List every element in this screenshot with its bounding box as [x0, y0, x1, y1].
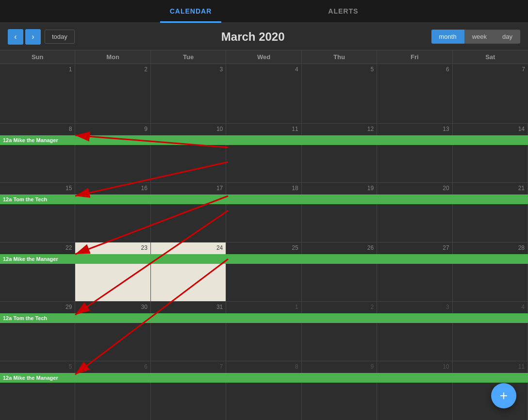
calendar-header: ‹ › today March 2020 month week day	[0, 23, 528, 50]
day-cell-other[interactable]: 9	[302, 361, 377, 420]
day-cell-other[interactable]: 5	[0, 361, 75, 420]
day-cell[interactable]: 29	[0, 302, 75, 361]
week-row-1: 1 2 3 4 5 6 7	[0, 64, 528, 124]
day-cell[interactable]: 1	[0, 64, 75, 123]
day-cell[interactable]: 8	[0, 124, 75, 183]
event-tom-tech-w5[interactable]: 12a Tom the Tech	[0, 313, 528, 323]
day-cell[interactable]: 22	[0, 242, 75, 302]
week-view-button[interactable]: week	[464, 30, 495, 44]
month-view-button[interactable]: month	[431, 30, 464, 44]
day-cell[interactable]: 31	[151, 302, 226, 361]
header-tue: Tue	[151, 50, 226, 64]
tab-calendar[interactable]: CALENDAR	[160, 0, 222, 22]
tab-alerts[interactable]: ALERTS	[318, 0, 368, 22]
day-cell[interactable]: 9	[75, 124, 150, 183]
day-cell[interactable]: 28	[453, 242, 528, 302]
day-cell-other[interactable]: 2	[302, 302, 377, 361]
day-cell[interactable]: 13	[377, 124, 452, 183]
next-button[interactable]: ›	[25, 29, 41, 45]
day-cell[interactable]: 3	[151, 64, 226, 123]
day-view-button[interactable]: day	[495, 30, 520, 44]
event-tom-tech-w3[interactable]: 12a Tom the Tech	[0, 194, 528, 204]
day-cell[interactable]: 26	[302, 242, 377, 302]
header-sat: Sat	[453, 50, 528, 64]
day-cell[interactable]: 6	[377, 64, 452, 123]
day-cell[interactable]: 4	[226, 64, 301, 123]
day-cell[interactable]: 19	[302, 183, 377, 242]
day-cell[interactable]: 7	[453, 64, 528, 123]
week-row-3: 15 16 17 18 19 20 21 12a Tom the Tech	[0, 183, 528, 242]
day-cell-other[interactable]: 4	[453, 302, 528, 361]
top-navigation: CALENDAR ALERTS	[0, 0, 528, 23]
weeks-container: 1 2 3 4 5 6 7 8 9 10 11 12 13 14 12a Mik…	[0, 64, 528, 420]
day-cell[interactable]: 5	[302, 64, 377, 123]
event-mike-manager-w4[interactable]: 12a Mike the Manager	[0, 254, 528, 264]
day-cell-today-2[interactable]: 24	[151, 242, 226, 302]
day-cell-other[interactable]: 10	[377, 361, 452, 420]
day-cell-other[interactable]: 3	[377, 302, 452, 361]
day-cell[interactable]: 21	[453, 183, 528, 242]
day-cell[interactable]: 14	[453, 124, 528, 183]
day-cell[interactable]: 20	[377, 183, 452, 242]
calendar-grid: Sun Mon Tue Wed Thu Fri Sat 1 2 3 4 5 6 …	[0, 50, 528, 420]
week-row-5: 29 30 31 1 2 3 4 12a Tom the Tech	[0, 302, 528, 361]
header-wed: Wed	[226, 50, 301, 64]
header-sun: Sun	[0, 50, 75, 64]
week-row-6: 5 6 7 8 9 10 11 12a Mike the Manager	[0, 361, 528, 420]
event-mike-manager-w6[interactable]: 12a Mike the Manager	[0, 373, 528, 383]
day-cell-other[interactable]: 1	[226, 302, 301, 361]
day-cell[interactable]: 15	[0, 183, 75, 242]
day-headers: Sun Mon Tue Wed Thu Fri Sat	[0, 50, 528, 64]
day-cell[interactable]: 18	[226, 183, 301, 242]
day-cell[interactable]: 12	[302, 124, 377, 183]
day-cell-other[interactable]: 8	[226, 361, 301, 420]
day-cell[interactable]: 11	[226, 124, 301, 183]
day-cell[interactable]: 30	[75, 302, 150, 361]
day-cell[interactable]: 27	[377, 242, 452, 302]
day-cell[interactable]: 16	[75, 183, 150, 242]
week-row-4: 22 23 24 25 26 27 28 12a Mike the Manage…	[0, 242, 528, 302]
view-buttons: month week day	[431, 30, 520, 44]
day-cell[interactable]: 10	[151, 124, 226, 183]
today-button[interactable]: today	[45, 30, 75, 44]
day-cell[interactable]: 25	[226, 242, 301, 302]
header-thu: Thu	[302, 50, 377, 64]
week-row-2: 8 9 10 11 12 13 14 12a Mike the Manager	[0, 124, 528, 183]
day-cell[interactable]: 2	[75, 64, 150, 123]
day-cell-today[interactable]: 23	[75, 242, 150, 302]
day-cell[interactable]: 17	[151, 183, 226, 242]
calendar-title: March 2020	[75, 30, 431, 44]
day-cell-other[interactable]: 11	[453, 361, 528, 420]
header-fri: Fri	[377, 50, 452, 64]
day-cell-other[interactable]: 7	[151, 361, 226, 420]
prev-button[interactable]: ‹	[8, 29, 23, 45]
event-mike-manager-w2[interactable]: 12a Mike the Manager	[0, 135, 528, 145]
add-event-fab[interactable]: +	[491, 383, 516, 408]
day-cell-other[interactable]: 6	[75, 361, 150, 420]
header-mon: Mon	[75, 50, 150, 64]
